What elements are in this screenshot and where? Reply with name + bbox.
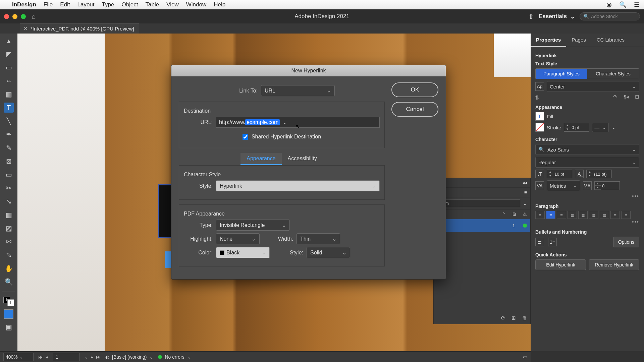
line-tool[interactable]: ╲ — [4, 116, 14, 126]
refresh-icon[interactable]: ⟳ — [501, 315, 505, 321]
ok-button[interactable]: OK — [391, 82, 438, 97]
fill-stroke-swatch[interactable]: T T — [3, 297, 14, 306]
new-hyperlink-icon[interactable]: 🗎 — [512, 212, 517, 217]
more-options-icon[interactable]: ••• — [535, 219, 639, 225]
control-center-icon[interactable]: ☰ — [634, 1, 639, 8]
share-icon[interactable]: ⇧ — [528, 12, 534, 20]
justify-center-button[interactable]: ≣ — [578, 211, 588, 219]
home-icon[interactable]: ⌂ — [32, 13, 36, 20]
align-left-button[interactable]: ≡ — [535, 211, 545, 219]
clear-override-icon[interactable]: ¶. — [535, 94, 539, 100]
gradient-swatch-tool[interactable]: ▦ — [4, 210, 14, 220]
menu-window[interactable]: Window — [186, 1, 206, 8]
font-family-select[interactable]: 🔍 Azo Sans⌄ — [535, 144, 639, 155]
tab-accessibility[interactable]: Accessibility — [282, 153, 323, 165]
hamburger-icon[interactable]: ≡ — [524, 190, 527, 195]
numbered-list-icon[interactable]: 1≡ — [548, 238, 557, 246]
view-mode-toggle[interactable]: ▣ — [4, 322, 14, 332]
tab-appearance[interactable]: Appearance — [240, 153, 281, 165]
new-style-icon[interactable]: ↷ — [613, 94, 618, 100]
justify-right-button[interactable]: ≣ — [589, 211, 598, 219]
tab-properties[interactable]: Properties — [531, 34, 566, 47]
leading-input[interactable]: ▴▾ — [586, 170, 612, 178]
next-page-button[interactable]: ▸ — [91, 354, 93, 360]
width-select[interactable]: Thin⌄ — [297, 233, 340, 244]
trash-icon[interactable]: 🗑 — [522, 315, 527, 321]
selection-tool[interactable]: ▴ — [4, 36, 14, 46]
chevron-down-icon[interactable]: ⌄ — [280, 119, 287, 125]
menu-type[interactable]: Type — [102, 1, 114, 8]
align-away-spine-button[interactable]: ≡ — [621, 211, 631, 219]
tab-cc-libraries[interactable]: CC Libraries — [591, 34, 630, 47]
more-options-icon[interactable]: ••• — [535, 193, 639, 199]
paragraph-style-select[interactable]: Center⌄ — [547, 81, 639, 92]
stroke-type-select[interactable]: —⌄ — [592, 123, 609, 132]
font-size-input[interactable]: ▴▾ — [547, 170, 572, 178]
app-name[interactable]: InDesign — [12, 1, 36, 8]
hyperlink-url-input[interactable] — [437, 199, 520, 207]
gap-tool[interactable]: ↔ — [4, 76, 14, 86]
cancel-button[interactable]: Cancel — [391, 102, 438, 117]
redefine-style-icon[interactable]: ¶◂ — [624, 94, 629, 100]
first-page-button[interactable]: ⏮ — [38, 354, 43, 360]
workspace-switcher[interactable]: Essentials ⌄ — [539, 13, 575, 20]
eyedropper-tool[interactable]: ✎ — [4, 250, 14, 260]
free-transform-tool[interactable]: ⤡ — [4, 196, 14, 206]
menu-layout[interactable]: Layout — [77, 1, 95, 8]
link-to-select[interactable]: URL⌄ — [261, 85, 335, 96]
color-swatch[interactable] — [4, 309, 13, 319]
menu-help[interactable]: Help — [214, 1, 225, 8]
direct-selection-tool[interactable]: ◤ — [4, 49, 14, 59]
preflight-status[interactable]: No errors ⌄ — [158, 354, 191, 360]
linestyle-select[interactable]: Solid⌄ — [307, 247, 350, 258]
stroke-swatch-icon[interactable] — [535, 123, 544, 132]
fill-swatch-icon[interactable]: T — [535, 112, 544, 121]
screen-mode-icon[interactable]: ▭ — [523, 354, 527, 360]
window-zoom-button[interactable] — [21, 14, 26, 19]
window-close-button[interactable] — [4, 14, 9, 19]
pen-tool[interactable]: ✒ — [4, 129, 14, 139]
type-tool[interactable]: T — [4, 103, 14, 113]
character-styles-button[interactable]: Character Styles — [587, 69, 639, 79]
zoom-tool[interactable]: 🔍 — [4, 277, 14, 287]
scissors-tool[interactable]: ✂ — [4, 183, 14, 193]
highlight-select[interactable]: None⌄ — [216, 233, 260, 244]
preflight-profile[interactable]: ◐ [Basic] (working) ⌄ — [105, 354, 153, 360]
align-center-button[interactable]: ≡ — [546, 211, 555, 219]
pdf-type-select[interactable]: Invisible Rectangle⌄ — [216, 220, 290, 231]
content-collector-tool[interactable]: ▥ — [4, 89, 14, 99]
rectangle-frame-tool[interactable]: ⊠ — [4, 156, 14, 166]
creative-cloud-icon[interactable]: ◉ — [606, 1, 612, 8]
hyperlinks-panel[interactable]: ◂◂ ≡ ⌄ ⌃ 🗎 ⚠ 1 ⟳ ⊞ 🗑 — [433, 178, 531, 324]
warning-icon[interactable]: ⚠ — [523, 212, 527, 217]
hyperlink-list-row[interactable]: 1 — [434, 219, 530, 232]
document-tab[interactable]: ✕ *Interactive_PDF.indd @ 400% [GPU Prev… — [20, 23, 139, 34]
kerning-select[interactable]: Metrics⌄ — [547, 180, 580, 191]
add-icon[interactable]: ⊞ — [512, 315, 516, 321]
remove-hyperlink-button[interactable]: Remove Hyperlink — [589, 259, 639, 270]
justify-all-button[interactable]: ≣ — [600, 211, 609, 219]
prev-page-button[interactable]: ◂ — [46, 354, 48, 360]
spotlight-icon[interactable]: 🔍 — [619, 1, 627, 8]
edit-hyperlink-button[interactable]: Edit Hyperlink — [535, 259, 586, 270]
justify-left-button[interactable]: ≣ — [568, 211, 577, 219]
chevron-down-icon[interactable]: ⌄ — [523, 201, 527, 206]
collapse-icon[interactable]: ◂◂ — [522, 180, 527, 185]
list-options-button[interactable]: Options — [613, 237, 639, 247]
menu-object[interactable]: Object — [121, 1, 138, 8]
menu-edit[interactable]: Edit — [60, 1, 70, 8]
character-style-select[interactable]: Hyperlink⌄ — [216, 180, 380, 191]
color-select[interactable]: Black⌄ — [216, 247, 270, 258]
gradient-feather-tool[interactable]: ▨ — [4, 223, 14, 233]
menu-table[interactable]: Table — [146, 1, 159, 8]
tracking-input[interactable]: ▴▾ — [594, 181, 620, 190]
stroke-weight-input[interactable]: ▴▾ — [564, 123, 589, 132]
shared-destination-checkbox[interactable] — [243, 134, 248, 140]
align-right-button[interactable]: ≡ — [557, 211, 566, 219]
page-menu-chevron[interactable]: ⌄ — [84, 354, 88, 360]
url-input[interactable]: http://www.example.com ⌄ — [216, 117, 380, 128]
tab-pages[interactable]: Pages — [566, 34, 591, 47]
window-minimize-button[interactable] — [12, 14, 17, 19]
hand-tool[interactable]: ✋ — [4, 263, 14, 274]
font-weight-select[interactable]: Regular⌄ — [535, 157, 639, 168]
